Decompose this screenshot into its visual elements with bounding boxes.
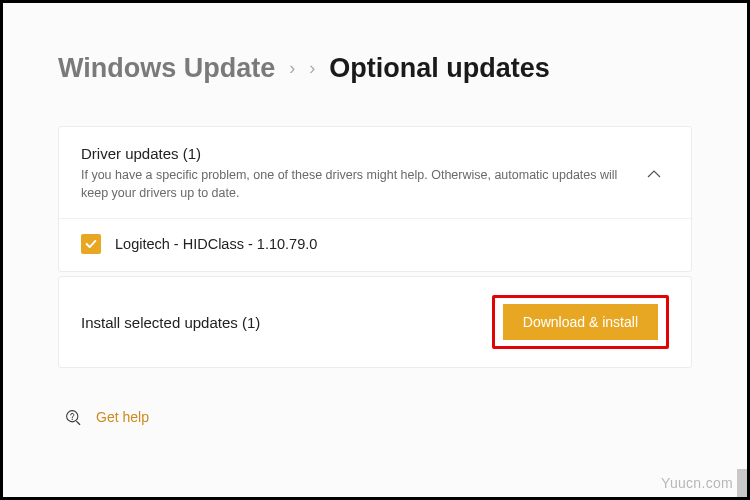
driver-row: Logitech - HIDClass - 1.10.79.0 bbox=[59, 218, 691, 271]
svg-point-1 bbox=[72, 419, 73, 420]
install-bar: Install selected updates (1) Download & … bbox=[58, 276, 692, 368]
chevron-up-icon bbox=[639, 166, 669, 182]
get-help-link[interactable]: Get help bbox=[96, 409, 149, 425]
download-install-button[interactable]: Download & install bbox=[503, 304, 658, 340]
driver-name: Logitech - HIDClass - 1.10.79.0 bbox=[115, 236, 317, 252]
section-title: Driver updates (1) bbox=[81, 145, 639, 162]
breadcrumb-current: Optional updates bbox=[329, 53, 550, 84]
section-subtitle: If you have a specific problem, one of t… bbox=[81, 166, 621, 202]
driver-updates-section: Driver updates (1) If you have a specifi… bbox=[58, 126, 692, 272]
help-row: Get help bbox=[58, 408, 692, 426]
watermark: Yuucn.com bbox=[661, 475, 733, 491]
driver-checkbox[interactable] bbox=[81, 234, 101, 254]
install-label: Install selected updates (1) bbox=[81, 314, 260, 331]
breadcrumb: Windows Update › › Optional updates bbox=[58, 53, 692, 84]
chevron-right-icon: › bbox=[309, 58, 315, 79]
breadcrumb-parent[interactable]: Windows Update bbox=[58, 53, 275, 84]
chevron-right-icon: › bbox=[289, 58, 295, 79]
highlight-annotation: Download & install bbox=[492, 295, 669, 349]
section-header[interactable]: Driver updates (1) If you have a specifi… bbox=[59, 127, 691, 218]
scrollbar-thumb[interactable] bbox=[737, 469, 747, 497]
help-icon bbox=[64, 408, 82, 426]
